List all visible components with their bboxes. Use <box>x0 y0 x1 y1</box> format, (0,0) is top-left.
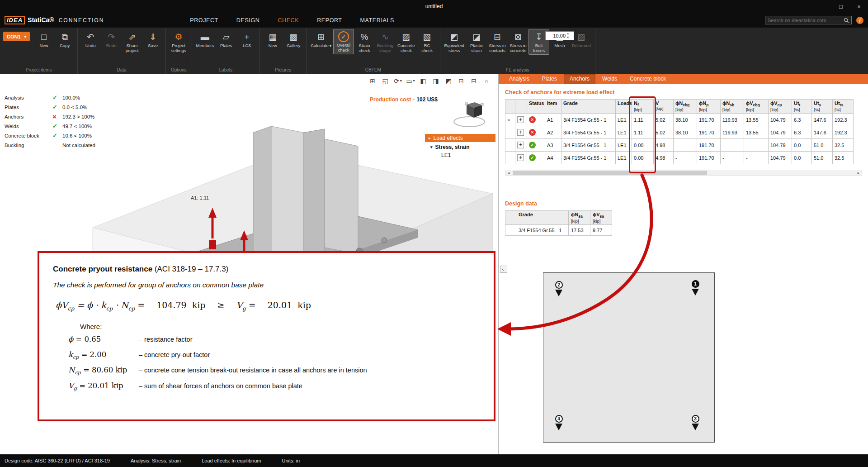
column-flange-right[interactable] <box>304 129 325 261</box>
overall-check-icon: ✓ <box>338 31 349 42</box>
tab-plates[interactable]: Plates <box>536 74 563 84</box>
anchor-row-a1[interactable]: >+×A13/4 F1554 Gr.55 - 1LE11.115.0238.10… <box>505 114 854 126</box>
clip-planes-icon[interactable]: ⊟ <box>469 76 478 85</box>
concrete-check-button[interactable]: ▨Concrete check <box>396 29 417 55</box>
navigation-cube[interactable] <box>451 99 490 128</box>
plastic-strain-button[interactable]: ◪Plastic strain <box>466 29 487 55</box>
new-picture-icon: ▦ <box>269 31 277 43</box>
value-cell: 0.0 <box>792 139 812 152</box>
tab-welds[interactable]: Welds <box>596 74 623 84</box>
menu-design[interactable]: DESIGN <box>236 17 260 24</box>
info-icon[interactable]: i <box>856 17 863 24</box>
scroll-left-icon[interactable]: ◂ <box>505 171 512 175</box>
scrollbar-thumb[interactable] <box>513 171 707 175</box>
ribbon-groups: CON1▾□New⧉CopyProject items↶Undo↷Redo⇗Sh… <box>0 28 868 74</box>
render-mode-icon[interactable]: ⊡ <box>457 76 466 85</box>
calculate-button[interactable]: ⊞Calculate ▾ <box>309 29 333 50</box>
equivalent-stress-button[interactable]: ◩Equivalent stress <box>443 29 466 55</box>
new-item-button[interactable]: □New <box>33 29 54 50</box>
menu-report[interactable]: REPORT <box>317 17 342 24</box>
viewport-3d[interactable]: A1: 1.11 A2: 1.11 ⊞◱⟳▾▭▾◧◨◩⊡⊟⌂ Analysis✓… <box>0 74 498 454</box>
members-button[interactable]: ▬Members <box>194 29 216 50</box>
anchor-row-a2[interactable]: +×A23/4 F1554 Gr.55 - 1LE11.115.0238.101… <box>505 126 854 139</box>
expand-row-button[interactable]: + <box>517 142 524 148</box>
new-picture-button[interactable]: ▦New <box>262 29 283 50</box>
status-row-anchors[interactable]: Anchors×192.3 > 100% <box>5 112 95 121</box>
lcs-button[interactable]: +LCS <box>236 29 257 50</box>
plate-diagram: 2143 <box>543 272 715 443</box>
status-row-welds[interactable]: Welds✓49.7 < 100% <box>5 121 95 131</box>
tree-item-stress-strain[interactable]: ▾ Stress, strain <box>425 142 495 150</box>
gallery-button[interactable]: ▩Gallery <box>283 29 304 50</box>
connection-selector[interactable]: CON1▾ <box>3 32 30 41</box>
spinner-down-icon[interactable]: ▼ <box>566 36 569 40</box>
anchor-row-a4[interactable]: +✓A43/4 F1554 Gr.55 - 1LE10.004.98-191.7… <box>505 152 854 164</box>
column-flange-left[interactable] <box>253 126 271 263</box>
ribbon-group-options: ⚙Project settingsOptions <box>166 28 192 74</box>
display-value-spinner[interactable]: ▲ ▼ <box>545 31 574 40</box>
view-front-icon[interactable]: ◧ <box>419 76 428 85</box>
search-box[interactable] <box>765 16 852 24</box>
rotate-view-icon[interactable]: ⟳▾ <box>393 76 402 85</box>
anchor-pin-4: 4 <box>553 415 564 430</box>
anchor-row-a3[interactable]: +✓A33/4 F1554 Gr.55 - 1LE10.004.98-191.7… <box>505 139 854 152</box>
project-settings-button[interactable]: ⚙Project settings <box>168 29 189 55</box>
status-row-concrete-block[interactable]: Concrete block✓10.6 < 100% <box>5 131 95 140</box>
display-value-input[interactable] <box>546 33 566 38</box>
pin-number: 1 <box>692 280 699 288</box>
menu-project[interactable]: PROJECT <box>190 17 218 24</box>
ribbon-group-label: Data <box>80 67 163 74</box>
pryout-formula: ϕVcp = ϕ · kcp · Ncp =104.79kip≥Vg =20.0… <box>56 300 480 312</box>
fit-view-icon[interactable]: ◱ <box>381 76 390 85</box>
menu-check[interactable]: CHECK <box>278 17 299 24</box>
menu-materials[interactable]: MATERIALS <box>360 17 394 24</box>
stiffener-plate[interactable] <box>325 139 358 254</box>
copy-item-button[interactable]: ⧉Copy <box>54 29 75 50</box>
maximize-button[interactable]: □ <box>832 0 850 13</box>
tree-item-le1[interactable]: LE1 <box>425 150 495 158</box>
column-header: ϕVcp[kip] <box>769 100 792 114</box>
value-cell: 3/4 F1554 Gr.55 - 1 <box>516 225 569 236</box>
tree-item-load-effects[interactable]: ▸ Load effects <box>425 134 495 142</box>
status-row-buckling[interactable]: BucklingNot calculated <box>5 140 95 150</box>
stress-in-concrete-button[interactable]: ⊠Stress in concrete <box>508 29 528 55</box>
share-project-button[interactable]: ⇗Share project <box>122 29 142 55</box>
horizontal-scrollbar[interactable]: ◂ ▸ <box>505 170 862 176</box>
value-cell: 119.93 <box>721 126 744 139</box>
expand-row-button[interactable]: + <box>517 129 524 136</box>
bolt-2[interactable] <box>382 238 387 243</box>
tab-anchors[interactable]: Anchors <box>564 74 595 84</box>
view-iso-icon[interactable]: ◩ <box>444 76 453 85</box>
row-pointer <box>505 126 515 139</box>
stress-in-contacts-button[interactable]: ⊟Stress in contacts <box>487 29 508 55</box>
equivalent-stress-icon: ◩ <box>450 31 458 43</box>
scroll-right-icon[interactable]: ▸ <box>855 171 862 175</box>
measure-icon[interactable]: ⊞ <box>368 76 377 85</box>
strain-check-button[interactable]: %Strain check <box>354 29 375 55</box>
expand-row-button[interactable]: + <box>517 154 524 161</box>
members-icon: ▬ <box>201 31 209 43</box>
spinner-up-icon[interactable]: ▲ <box>566 32 569 36</box>
calculate-icon: ⊞ <box>317 31 325 43</box>
save-button[interactable]: ⇓Save <box>142 29 163 50</box>
plates-labels-button[interactable]: ▱Plates <box>216 29 236 50</box>
home-view-icon[interactable]: ⌂ <box>482 76 491 85</box>
status-row-analysis[interactable]: Analysis✓100.0% <box>5 93 95 102</box>
search-input[interactable] <box>768 18 842 23</box>
tab-concrete-block[interactable]: Concrete block <box>624 74 672 84</box>
overall-check-button[interactable]: ✓Overall check <box>333 29 354 54</box>
selection-mode-icon[interactable]: ▭▾ <box>406 76 415 85</box>
rc-check-button[interactable]: ▧RC check <box>417 29 438 55</box>
value-cell: 0.00 <box>632 139 654 152</box>
column-header: Item <box>545 100 561 114</box>
view-side-icon[interactable]: ◨ <box>431 76 440 85</box>
panel-resize-handle[interactable]: ↔ <box>500 266 507 273</box>
minimize-button[interactable]: — <box>814 0 832 13</box>
undo-button[interactable]: ↶Undo <box>80 29 101 50</box>
anchor-a1[interactable] <box>209 240 216 249</box>
status-row-plates[interactable]: Plates✓0.0 < 5.0% <box>5 102 95 112</box>
expand-row-button[interactable]: + <box>517 116 524 123</box>
tab-analysis[interactable]: Analysis <box>503 74 535 84</box>
close-button[interactable]: × <box>850 0 868 13</box>
column-web[interactable] <box>271 126 304 261</box>
